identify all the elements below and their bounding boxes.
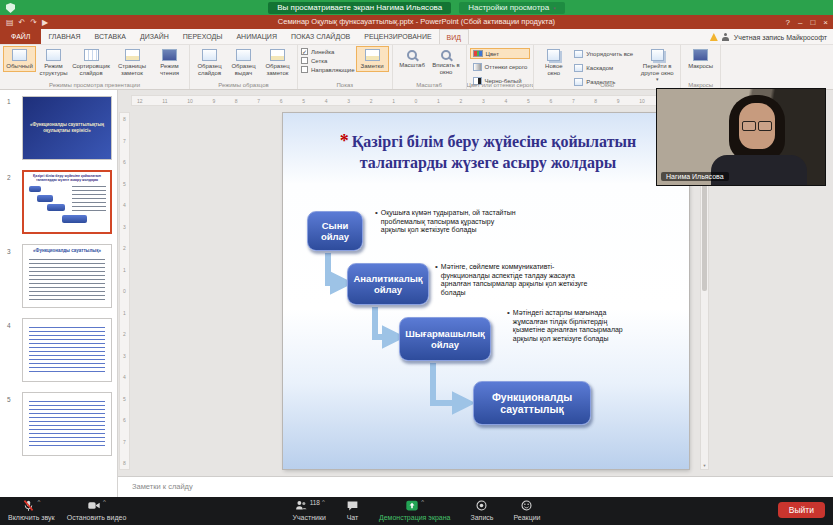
ruler-tick: 6	[280, 98, 283, 104]
unmute-button[interactable]: ^ Включить звук	[8, 499, 55, 521]
content-box-critical-thinking[interactable]: Сыни ойлау	[307, 211, 363, 251]
ruler-tick: 6	[123, 417, 126, 423]
scrollbar-thumb[interactable]	[702, 181, 707, 291]
macros-button[interactable]: Макросы	[684, 46, 717, 72]
record-button[interactable]: Запись	[470, 499, 493, 521]
notes-master-button[interactable]: Образец заметок	[261, 46, 294, 78]
leave-button[interactable]: Выйти	[778, 502, 825, 518]
thumbnail-slide-3[interactable]: «Функционалды сауаттылық»	[22, 244, 112, 308]
notes-placeholder: Заметки к слайду	[132, 477, 193, 497]
content-box-creative-thinking[interactable]: Шығармашылық ойлау	[399, 317, 491, 361]
tab-slideshow[interactable]: ПОКАЗ СЛАЙДОВ	[284, 29, 357, 44]
ruler-tick: 5	[527, 98, 530, 104]
content-box-analytical-thinking[interactable]: Аналитикалық ойлау	[347, 263, 429, 305]
view-settings-button[interactable]: Настройки просмотра ▾	[459, 2, 565, 14]
tab-animation[interactable]: АНИМАЦИЯ	[229, 29, 284, 44]
window-title: Семинар Оқулық функсауаттылық.pptx - Pow…	[0, 15, 833, 29]
arrange-all-button[interactable]: Упорядочить все	[571, 48, 636, 60]
new-window-button[interactable]: Новое окно	[537, 46, 570, 78]
macros-icon	[693, 49, 708, 61]
fit-to-window-button[interactable]: Вписать в окно	[430, 46, 463, 77]
ruler-tick: 7	[123, 439, 126, 445]
minimize-button[interactable]: –	[798, 18, 802, 27]
ruler-top: 1211109876543210123456789101112	[131, 95, 701, 106]
participants-icon	[294, 499, 308, 512]
thumb1-title: «Функционалды сауаттылықтың оқулықтағы к…	[27, 122, 107, 134]
shield-icon	[6, 3, 15, 13]
gridlines-checkbox[interactable]: Сетка	[301, 57, 355, 64]
ribbon-view: Обычный Режим структуры Сортировщик слай…	[0, 45, 833, 90]
restore-button[interactable]: □	[810, 18, 815, 27]
webcam-overlay: Нагима Ильясова	[656, 88, 826, 186]
screen: Вы просматриваете экран Нагима Ильясова …	[0, 0, 833, 525]
stop-video-button[interactable]: ^ Остановить видео	[67, 499, 127, 521]
group-zoom: Масштаб Вписать в окно Масштаб	[393, 45, 467, 89]
ruler-tick: 0	[123, 288, 126, 294]
account-area[interactable]: Учетная запись Майкрософт	[710, 29, 827, 45]
ruler-tick: 9	[212, 98, 215, 104]
person-icon	[722, 33, 730, 41]
ruler-tick: 1	[123, 267, 126, 273]
zoom-button[interactable]: Масштаб	[396, 46, 429, 71]
ruler-checkbox[interactable]: ✓ Линейка	[301, 48, 355, 55]
mini-box	[47, 204, 65, 211]
ruler-tick: 1	[123, 310, 126, 316]
reactions-button[interactable]: Реакции	[513, 499, 540, 521]
notes-pane[interactable]: Заметки к слайду	[118, 476, 833, 497]
mini-text-lines	[29, 327, 105, 375]
normal-view-button[interactable]: Обычный	[3, 46, 36, 72]
chevron-up-icon[interactable]: ^	[322, 499, 325, 505]
thumbnail-slide-5[interactable]	[22, 392, 112, 456]
chevron-up-icon[interactable]: ^	[103, 499, 106, 505]
close-button[interactable]: ×	[823, 18, 828, 27]
reading-view-button[interactable]: Режим чтения	[153, 46, 186, 78]
ruler-tick: 11	[162, 98, 167, 104]
bullet-3[interactable]: • Мәтіндегі астарлы мағынада жұмсалған т…	[507, 309, 637, 343]
group-color-grayscale: Цвет Оттенки серого Черно-белый Цвет или…	[467, 45, 535, 89]
handout-master-button[interactable]: Образец выдач	[227, 46, 260, 78]
bullet-1[interactable]: • Оқушыға күмән тудыратын, ой тастайтын …	[375, 209, 517, 235]
group-show: ✓ Линейка Сетка Направляющие Заметки Пок…	[298, 45, 393, 89]
thumbnail-slide-4[interactable]	[22, 318, 112, 382]
color-option[interactable]: Цвет	[470, 48, 531, 59]
chevron-up-icon[interactable]: ^	[421, 499, 424, 505]
outline-view-button[interactable]: Режим структуры	[37, 46, 70, 78]
help-button[interactable]: ?	[786, 18, 790, 27]
mini-box	[37, 195, 53, 202]
share-screen-button[interactable]: ^ Демонстрация экрана	[379, 499, 451, 521]
tab-design[interactable]: ДИЗАЙН	[133, 29, 176, 44]
chevron-up-icon[interactable]: ^	[37, 499, 40, 505]
thumbnail-slide-2[interactable]: Қазіргі білім беру жүйесіне қойылатын та…	[22, 170, 112, 234]
tab-file[interactable]: ФАЙЛ	[0, 29, 41, 44]
mini-text-lines	[72, 186, 106, 212]
show-checkboxes: ✓ Линейка Сетка Направляющие	[301, 46, 355, 73]
guides-checkbox[interactable]: Направляющие	[301, 66, 355, 73]
grayscale-option[interactable]: Оттенки серого	[470, 61, 531, 73]
tab-review[interactable]: РЕЦЕНЗИРОВАНИЕ	[357, 29, 438, 44]
reading-view-icon	[162, 49, 177, 61]
participant-name: Нагима Ильясова	[661, 172, 729, 181]
chat-button[interactable]: Чат	[346, 499, 359, 521]
group-presentation-views: Обычный Режим структуры Сортировщик слай…	[0, 45, 190, 89]
scroll-down-icon[interactable]: ▼	[701, 463, 708, 468]
tab-insert[interactable]: ВСТАВКА	[88, 29, 133, 44]
checkbox-checked-icon: ✓	[301, 48, 308, 55]
notes-page-button[interactable]: Страницы заметок	[112, 46, 152, 78]
notes-button[interactable]: Заметки	[356, 46, 389, 72]
cascade-button[interactable]: Каскадом	[571, 62, 636, 74]
slide-canvas[interactable]: *Қазіргі білім беру жүйесіне қойылатын т…	[283, 113, 689, 469]
switch-window-button[interactable]: Перейти в другое окно ▾	[637, 46, 677, 84]
tab-transitions[interactable]: ПЕРЕХОДЫ	[176, 29, 230, 44]
content-box-functional-literacy[interactable]: Функционалды сауаттылық	[473, 381, 591, 425]
color-icon	[473, 50, 483, 57]
mini-box	[62, 215, 87, 223]
viewing-screen-label: Вы просматриваете экран Нагима Ильясова	[268, 2, 451, 14]
participants-button[interactable]: 118 ^ Участники	[293, 499, 326, 521]
tab-home[interactable]: ГЛАВНАЯ	[41, 29, 87, 44]
slide-number: 1	[7, 98, 19, 105]
thumbnail-slide-1[interactable]: «Функционалды сауаттылықтың оқулықтағы к…	[22, 96, 112, 160]
slide-master-button[interactable]: Образец слайдов	[193, 46, 226, 78]
slide-sorter-button[interactable]: Сортировщик слайдов	[71, 46, 111, 78]
bullet-2[interactable]: • Мәтінге, сөйлемге коммуникативті-функц…	[435, 263, 597, 297]
tab-view[interactable]: ВИД	[439, 29, 469, 44]
